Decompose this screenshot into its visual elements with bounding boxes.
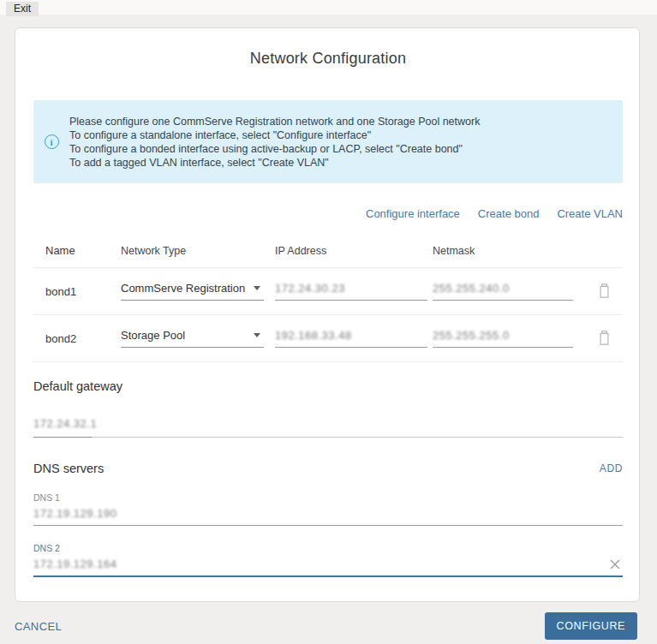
dns1-input[interactable]: 172.19.129.190 bbox=[33, 507, 623, 526]
create-vlan-link[interactable]: Create VLAN bbox=[557, 207, 623, 220]
info-banner: i Please configure one CommServe Registr… bbox=[33, 100, 623, 183]
dns2-label: DNS 2 bbox=[33, 543, 623, 553]
interface-name: bond1 bbox=[33, 285, 121, 298]
configure-interface-link[interactable]: Configure interface bbox=[366, 207, 460, 220]
interfaces-table: Name Network Type IP Address Netmask bon… bbox=[33, 237, 623, 362]
table-row-bond1: bond1 CommServe Registration 172.24.30.2… bbox=[33, 268, 623, 315]
ip-address-value: 172.24.30.23 bbox=[275, 282, 345, 295]
info-line: To configure a standalone interface, sel… bbox=[69, 128, 480, 142]
header-name: Name bbox=[33, 244, 121, 257]
ip-address-input[interactable]: 172.24.30.23 bbox=[275, 282, 427, 301]
info-line: To add a tagged VLAN interface, select "… bbox=[69, 156, 480, 170]
network-type-select[interactable]: CommServe Registration bbox=[121, 282, 264, 301]
delete-interface-icon[interactable] bbox=[598, 283, 611, 299]
network-type-select[interactable]: Storage Pool bbox=[121, 329, 264, 348]
dns-servers-header: DNS servers ADD bbox=[33, 462, 623, 475]
default-gateway-value: 172.24.32.1 bbox=[33, 417, 97, 430]
info-line: Please configure one CommServe Registrat… bbox=[69, 115, 480, 128]
ip-address-input[interactable]: 192.168.33.48 bbox=[275, 329, 427, 348]
dialog-footer: CANCEL CONFIGURE bbox=[0, 612, 657, 640]
default-gateway-section: Default gateway 172.24.32.1 bbox=[33, 379, 623, 438]
info-line: To configure a bonded interface using ac… bbox=[69, 142, 480, 156]
chevron-down-icon bbox=[254, 286, 260, 290]
info-icon: i bbox=[45, 134, 59, 149]
dns1-field-group: DNS 1 172.19.129.190 bbox=[33, 492, 623, 526]
interface-name: bond2 bbox=[33, 332, 121, 345]
create-bond-link[interactable]: Create bond bbox=[478, 207, 540, 220]
header-ip-address: IP Address bbox=[275, 245, 433, 257]
default-gateway-input[interactable]: 172.24.32.1 bbox=[33, 415, 623, 438]
table-row-bond2: bond2 Storage Pool 192.168.33.48 255.255… bbox=[33, 315, 623, 362]
info-text: Please configure one CommServe Registrat… bbox=[69, 115, 480, 170]
netmask-value: 255.255.240.0 bbox=[433, 282, 510, 295]
network-type-value: CommServe Registration bbox=[121, 282, 245, 295]
add-dns-link[interactable]: ADD bbox=[600, 462, 623, 474]
exit-button[interactable]: Exit bbox=[6, 2, 39, 16]
header-netmask: Netmask bbox=[433, 245, 575, 257]
dns2-value: 172.19.129.164 bbox=[33, 558, 116, 570]
cancel-button[interactable]: CANCEL bbox=[15, 620, 62, 633]
netmask-value: 255.255.255.0 bbox=[433, 329, 510, 342]
delete-interface-icon[interactable] bbox=[598, 331, 611, 346]
dns-servers-heading: DNS servers bbox=[33, 462, 104, 475]
clear-dns2-icon[interactable] bbox=[609, 558, 621, 570]
dns1-label: DNS 1 bbox=[33, 492, 623, 503]
interface-actions: Configure interface Create bond Create V… bbox=[33, 207, 623, 220]
netmask-input[interactable]: 255.255.255.0 bbox=[433, 329, 573, 348]
info-icon-wrap: i bbox=[33, 134, 69, 149]
dns2-input[interactable]: 172.19.129.164 bbox=[33, 558, 623, 577]
configure-button[interactable]: CONFIGURE bbox=[545, 612, 637, 640]
header-network-type: Network Type bbox=[121, 245, 275, 257]
network-configuration-dialog: Network Configuration i Please configure… bbox=[15, 27, 640, 602]
chevron-down-icon bbox=[254, 333, 260, 337]
page-title: Network Configuration bbox=[33, 50, 623, 68]
netmask-input[interactable]: 255.255.240.0 bbox=[433, 282, 573, 301]
network-type-value: Storage Pool bbox=[121, 329, 185, 342]
ip-address-value: 192.168.33.48 bbox=[275, 329, 352, 342]
dns1-value: 172.19.129.190 bbox=[33, 507, 116, 520]
table-header-row: Name Network Type IP Address Netmask bbox=[33, 237, 623, 268]
dns2-field-group: DNS 2 172.19.129.164 bbox=[33, 543, 623, 577]
default-gateway-heading: Default gateway bbox=[33, 379, 623, 393]
top-bar: Exit bbox=[0, 0, 657, 15]
